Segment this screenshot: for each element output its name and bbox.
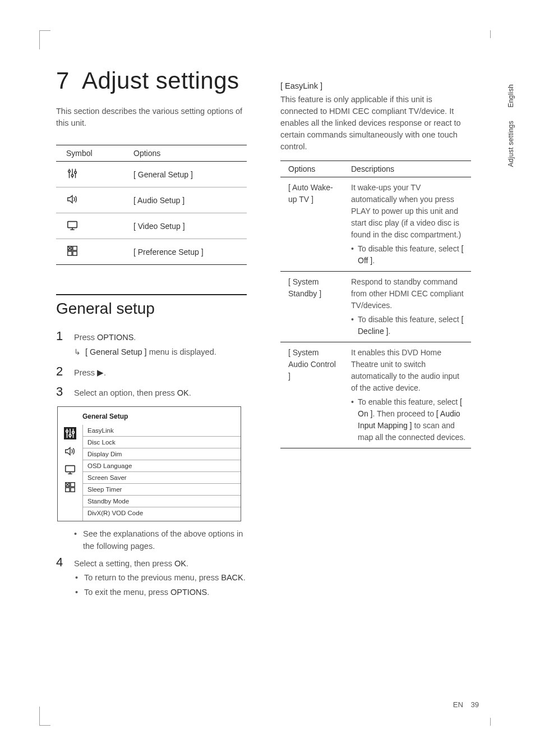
- option-label: OSD Language: [83, 460, 156, 472]
- chapter-heading: 7 Adjust settings: [56, 67, 247, 94]
- option-label: [ Audio Setup ]: [123, 187, 247, 213]
- speaker-icon: [64, 445, 76, 457]
- svg-point-19: [69, 434, 71, 437]
- svg-rect-25: [71, 483, 75, 487]
- crop-mark: [39, 30, 50, 49]
- list-item: DivX(R) VOD Code: [83, 507, 241, 519]
- list-item: Sleep Timer: [83, 484, 241, 496]
- monitor-icon: [56, 213, 123, 239]
- svg-rect-6: [68, 222, 77, 228]
- table-row: [ General Setup ]: [56, 162, 247, 187]
- option-name: [ System Standby ]: [280, 272, 343, 342]
- step-text: Press: [74, 368, 97, 377]
- steps-list-cont: 4 Select a setting, then press OK. To re…: [56, 555, 247, 601]
- option-label: [ General Setup ]: [123, 162, 247, 187]
- symbol-header: Symbol: [56, 145, 123, 162]
- option-label: DivX(R) VOD Code: [83, 507, 156, 519]
- page-footer: EN 39: [453, 700, 479, 709]
- option-desc: It wake-ups your TV automatically when y…: [343, 177, 471, 272]
- step-number: 2: [56, 364, 66, 379]
- chapter-number: 7: [56, 67, 70, 94]
- note-text: To enable this feature, select [ On ]. T…: [351, 396, 468, 443]
- option-label: Standby Mode: [83, 496, 156, 507]
- ui-option-list: EasyLink Disc Lock Display Dim OSD Langu…: [82, 425, 241, 521]
- svg-point-5: [75, 171, 77, 173]
- svg-rect-26: [66, 488, 70, 492]
- svg-rect-10: [73, 246, 77, 250]
- side-tab-language: English: [507, 84, 515, 107]
- general-setup-ui: General Setup: [57, 406, 241, 521]
- menu-name: [ General Setup ]: [85, 347, 147, 356]
- easylink-desc: This feature is only applicable if this …: [280, 94, 471, 153]
- option-label: Display Dim: [83, 448, 156, 460]
- step-text: Select a setting, then press: [74, 559, 174, 568]
- step-number: 4: [56, 555, 66, 570]
- table-row: [ System Standby ] Respond to standby co…: [280, 272, 471, 342]
- step-3: 3 Select an option, then press OK.: [56, 384, 247, 400]
- step-text: .: [186, 559, 188, 568]
- easylink-table: Options Descriptions [ Auto Wake-up TV ]…: [280, 161, 471, 448]
- option-label: [ Video Setup ]: [123, 213, 247, 239]
- list-item: OSD Language: [83, 460, 241, 472]
- step-text: .: [189, 388, 191, 397]
- list-item: Display Dim: [83, 448, 241, 460]
- intro-text: This section describes the various setti…: [56, 106, 247, 129]
- crop-mark: [488, 718, 491, 726]
- ui-title: General Setup: [58, 407, 241, 425]
- option-label: Screen Saver: [83, 472, 156, 484]
- svg-point-3: [68, 171, 71, 173]
- step-text: menu is displayed.: [147, 347, 216, 356]
- step-text: Select an option, then press: [74, 388, 177, 397]
- steps-list: 1 Press OPTIONS. ↳ [ General Setup ] men…: [56, 329, 247, 400]
- symbol-table: Symbol Options [ General Setup ]: [56, 145, 247, 265]
- svg-point-4: [71, 175, 73, 177]
- side-tab-section: Adjust settings: [507, 121, 515, 167]
- table-row: [ Audio Setup ]: [56, 187, 247, 213]
- step-text: Press: [74, 333, 97, 342]
- options-header: Options: [280, 161, 343, 177]
- note-text: To disable this feature, select [ Off ].: [351, 243, 468, 267]
- note-text: See the explanations of the above option…: [73, 528, 247, 553]
- button-name: OK: [174, 559, 186, 568]
- descriptions-header: Descriptions: [343, 161, 471, 177]
- speaker-icon: [56, 187, 123, 213]
- note-text: To disable this feature, select [ Declin…: [351, 314, 468, 337]
- option-label: EasyLink: [83, 425, 156, 437]
- option-desc: Respond to standby command from other HD…: [343, 272, 471, 342]
- list-item: Screen Saver: [83, 472, 241, 484]
- option-name: [ Auto Wake-up TV ]: [280, 177, 343, 272]
- monitor-icon: [64, 463, 76, 475]
- result-arrow-icon: ↳: [74, 346, 81, 359]
- svg-rect-11: [68, 251, 72, 255]
- page-number: 39: [471, 700, 479, 709]
- button-name: OK: [177, 388, 189, 397]
- list-item: EasyLink: [83, 425, 241, 437]
- button-name: BACK: [221, 573, 243, 582]
- sliders-icon: [56, 162, 123, 187]
- step3-note: See the explanations of the above option…: [73, 528, 247, 553]
- list-item: Disc Lock: [83, 437, 241, 448]
- note-text: To exit the menu, press OPTIONS.: [74, 587, 247, 599]
- footer-lang: EN: [453, 700, 463, 709]
- chapter-title: Adjust settings: [82, 67, 239, 94]
- ui-icon-column: [58, 425, 82, 521]
- left-column: 7 Adjust settings This section describes…: [56, 51, 247, 607]
- step-text: .: [104, 368, 106, 377]
- step-number: 3: [56, 384, 66, 399]
- table-row: [ Preference Setup ]: [56, 239, 247, 265]
- svg-point-20: [72, 431, 75, 433]
- play-icon: ▶: [97, 368, 104, 377]
- crop-mark: [39, 707, 50, 726]
- svg-rect-27: [71, 488, 75, 492]
- table-row: [ System Audio Control ] It enables this…: [280, 342, 471, 448]
- svg-rect-12: [73, 251, 77, 255]
- svg-point-18: [66, 430, 68, 433]
- easylink-heading: [ EasyLink ]: [280, 81, 471, 90]
- option-label: Sleep Timer: [83, 484, 156, 496]
- grid-icon: [56, 239, 123, 265]
- step-4: 4 Select a setting, then press OK. To re…: [56, 555, 247, 601]
- crop-mark: [488, 30, 491, 38]
- list-item: Standby Mode: [83, 496, 241, 507]
- option-label: Disc Lock: [83, 437, 156, 448]
- option-desc: It enables this DVD Home Theatre unit to…: [343, 342, 471, 448]
